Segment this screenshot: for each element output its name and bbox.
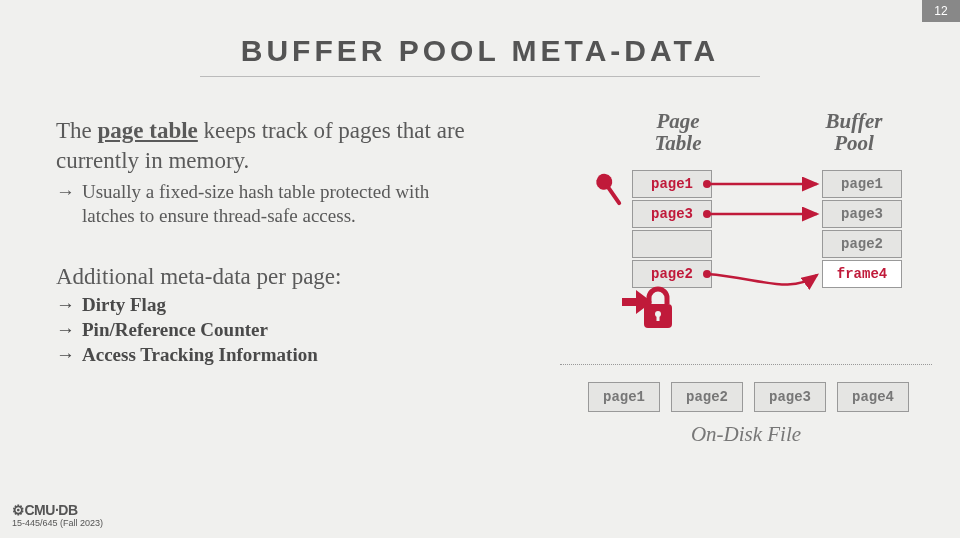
sub-text: Usually a fixed-size hash table protecte… <box>82 180 462 229</box>
lead-keyword: page table <box>98 118 198 143</box>
title-underline <box>200 76 760 77</box>
footer-course: 15-445/645 (Fall 2023) <box>12 518 103 528</box>
disk-label: On-Disk File <box>560 422 932 447</box>
disk-page: page4 <box>837 382 909 412</box>
divider-dotted <box>560 364 932 365</box>
pin-icon <box>588 168 632 212</box>
pt-slot: page3 <box>632 200 712 228</box>
metadata-list: →Dirty Flag →Pin/Reference Counter →Acce… <box>56 294 536 366</box>
bp-frame: page2 <box>822 230 902 258</box>
sub-bullet: →Usually a fixed-size hash table protect… <box>56 180 536 229</box>
lock-group <box>622 280 682 340</box>
page-table-header: Page Table <box>638 110 718 154</box>
text-content: The page table keeps track of pages that… <box>56 116 536 369</box>
disk-page: page2 <box>671 382 743 412</box>
pt-slot: page1 <box>632 170 712 198</box>
meta-label: Dirty Flag <box>82 294 166 315</box>
diagram: Page Table Buffer Pool page1 page3 page2… <box>560 110 940 450</box>
arrow-glyph: → <box>56 294 82 316</box>
slide-title: BUFFER POOL META-DATA <box>0 34 960 68</box>
page-number: 12 <box>922 0 960 22</box>
disk-page: page3 <box>754 382 826 412</box>
buffer-pool-header: Buffer Pool <box>815 110 893 154</box>
meta-item: →Dirty Flag <box>56 294 536 316</box>
arrow-glyph: → <box>56 180 82 204</box>
disk-page: page1 <box>588 382 660 412</box>
arrow-glyph: → <box>56 319 82 341</box>
lead-paragraph: The page table keeps track of pages that… <box>56 116 536 176</box>
pt-slot-empty <box>632 230 712 258</box>
lead-pre: The <box>56 118 98 143</box>
arrow-glyph: → <box>56 344 82 366</box>
svg-rect-8 <box>657 315 660 321</box>
footer: ⚙CMU·DB 15-445/645 (Fall 2023) <box>12 502 103 528</box>
disk-row: page1 page2 page3 page4 <box>588 382 909 412</box>
meta-label: Access Tracking Information <box>82 344 318 365</box>
page-table-column: page1 page3 page2 <box>632 170 712 288</box>
bp-frame: page3 <box>822 200 902 228</box>
meta-label: Pin/Reference Counter <box>82 319 268 340</box>
bp-frame-empty: frame4 <box>822 260 902 288</box>
meta-item: →Pin/Reference Counter <box>56 319 536 341</box>
meta-item: →Access Tracking Information <box>56 344 536 366</box>
buffer-pool-column: page1 page3 page2 frame4 <box>822 170 902 288</box>
metadata-heading: Additional meta-data per page: <box>56 264 536 290</box>
bp-frame: page1 <box>822 170 902 198</box>
footer-logo: ⚙CMU·DB <box>12 502 103 518</box>
